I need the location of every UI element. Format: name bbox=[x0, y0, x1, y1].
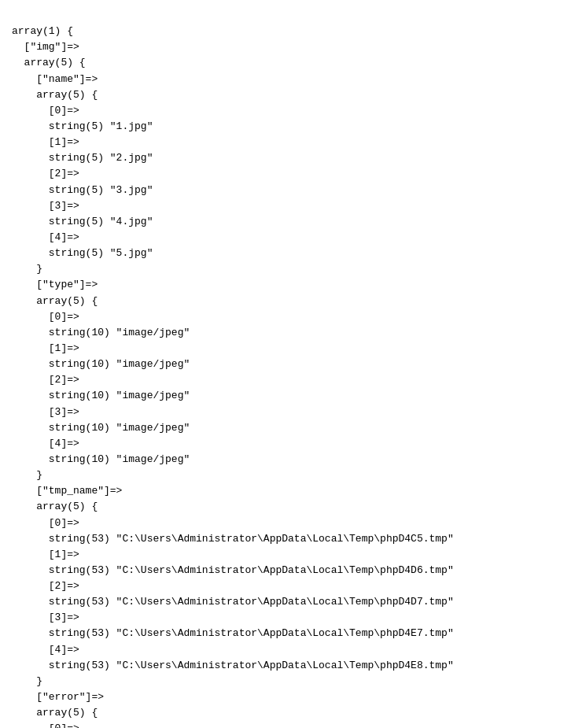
code-line: string(5) "4.jpg" bbox=[12, 214, 574, 230]
code-line: array(5) { bbox=[12, 294, 574, 309]
code-line: } bbox=[12, 674, 574, 689]
code-line: [2]=> bbox=[12, 166, 574, 182]
code-line: array(5) { bbox=[12, 55, 574, 71]
code-line: string(10) "image/jpeg" bbox=[12, 325, 574, 341]
code-line: [1]=> bbox=[12, 341, 574, 357]
code-line: [0]=> bbox=[12, 516, 574, 531]
code-line: [4]=> bbox=[12, 642, 574, 658]
code-line: [0]=> bbox=[12, 721, 574, 728]
code-line: ["type"]=> bbox=[12, 277, 574, 293]
code-line: [4]=> bbox=[12, 436, 574, 452]
code-line: string(5) "3.jpg" bbox=[12, 183, 574, 198]
code-line: string(53) "C:\Users\Administrator\AppDa… bbox=[12, 563, 574, 578]
code-line: [3]=> bbox=[12, 610, 574, 626]
code-line: [3]=> bbox=[12, 405, 574, 420]
code-line: string(10) "image/jpeg" bbox=[12, 388, 574, 404]
code-line: ["name"]=> bbox=[12, 72, 574, 87]
code-line: [1]=> bbox=[12, 135, 574, 150]
code-line: array(5) { bbox=[12, 87, 574, 103]
code-line: string(53) "C:\Users\Administrator\AppDa… bbox=[12, 594, 574, 610]
code-line: } bbox=[12, 467, 574, 483]
code-line: ["error"]=> bbox=[12, 689, 574, 705]
code-line: string(5) "5.jpg" bbox=[12, 246, 574, 261]
code-line: ["tmp_name"]=> bbox=[12, 483, 574, 499]
code-line: array(5) { bbox=[12, 499, 574, 515]
code-line: [0]=> bbox=[12, 309, 574, 325]
code-line: [2]=> bbox=[12, 578, 574, 594]
code-line: string(5) "2.jpg" bbox=[12, 150, 574, 166]
code-line: string(53) "C:\Users\Administrator\AppDa… bbox=[12, 531, 574, 547]
code-line: [0]=> bbox=[12, 103, 574, 119]
code-output: array(1) { ["img"]=> array(5) { ["name"]… bbox=[12, 8, 574, 728]
code-line: [4]=> bbox=[12, 230, 574, 246]
code-line: [2]=> bbox=[12, 372, 574, 388]
code-line: string(10) "image/jpeg" bbox=[12, 357, 574, 372]
code-line: } bbox=[12, 261, 574, 277]
code-line: string(5) "1.jpg" bbox=[12, 119, 574, 135]
code-line: ["img"]=> bbox=[12, 39, 574, 55]
code-line: string(53) "C:\Users\Administrator\AppDa… bbox=[12, 626, 574, 641]
code-line: array(1) { bbox=[12, 24, 574, 39]
code-line: array(5) { bbox=[12, 705, 574, 721]
code-line: [1]=> bbox=[12, 547, 574, 563]
code-line: string(53) "C:\Users\Administrator\AppDa… bbox=[12, 658, 574, 674]
code-line: [3]=> bbox=[12, 198, 574, 214]
code-line: string(10) "image/jpeg" bbox=[12, 452, 574, 467]
code-line: string(10) "image/jpeg" bbox=[12, 420, 574, 436]
